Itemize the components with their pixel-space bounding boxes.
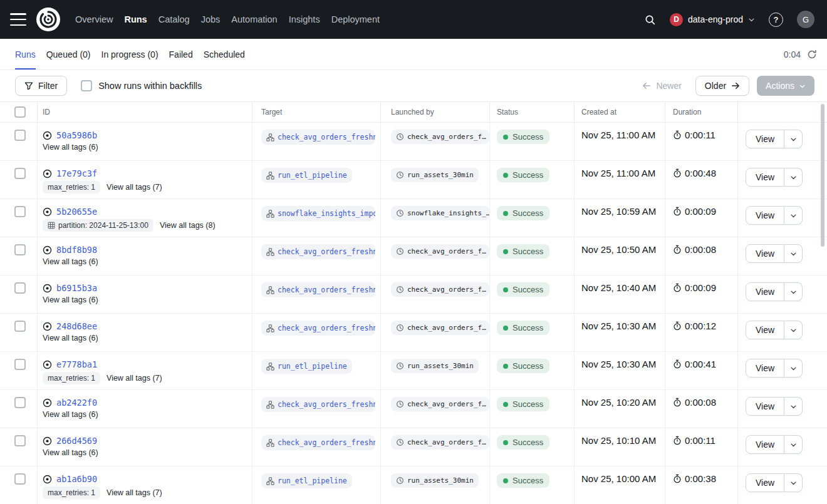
view-dropdown-button[interactable] — [784, 206, 803, 225]
row-checkbox[interactable] — [14, 321, 26, 332]
target-pill[interactable]: check_avg_orders_freshne — [261, 244, 375, 259]
run-id-link[interactable]: 5b20655e — [56, 207, 97, 217]
target-pill[interactable]: check_avg_orders_freshne — [261, 321, 375, 336]
nav-item[interactable]: Runs — [124, 14, 147, 24]
row-checkbox[interactable] — [14, 435, 26, 446]
table-row: 8bdf8b98 View all tags (6) check_avg_ord… — [0, 237, 827, 275]
run-id-link[interactable]: 248d68ee — [56, 321, 97, 331]
deployment-switcher[interactable]: D data-eng-prod — [670, 13, 755, 26]
run-id-link[interactable]: 50a5986b — [56, 130, 97, 140]
target-pill[interactable]: run_etl_pipeline — [261, 359, 352, 374]
view-dropdown-button[interactable] — [784, 397, 803, 416]
tab[interactable]: Runs — [15, 39, 36, 69]
actions-button[interactable]: Actions — [757, 76, 814, 96]
run-id-link[interactable]: 266d4569 — [56, 436, 97, 446]
view-dropdown-button[interactable] — [784, 130, 803, 148]
hamburger-menu-button[interactable] — [10, 13, 26, 26]
row-checkbox[interactable] — [14, 473, 26, 485]
show-backfills-checkbox[interactable] — [81, 80, 92, 91]
nav-item[interactable]: Overview — [75, 14, 113, 24]
run-id-link[interactable]: ab2422f0 — [56, 398, 97, 408]
view-dropdown-button[interactable] — [784, 321, 803, 339]
view-button[interactable]: View — [746, 435, 784, 454]
nav-item[interactable]: Automation — [231, 14, 277, 24]
view-all-tags-link[interactable]: View all tags (7) — [107, 374, 162, 383]
run-id-link[interactable]: e7778ba1 — [56, 359, 97, 369]
nav-item[interactable]: Insights — [289, 14, 320, 24]
target-pill[interactable]: check_avg_orders_freshne — [261, 435, 375, 450]
view-button[interactable]: View — [746, 168, 784, 187]
target-pill[interactable]: snowflake_insights_import — [261, 206, 375, 221]
view-dropdown-button[interactable] — [784, 282, 803, 301]
launched-by-pill[interactable]: snowflake_insights_… — [391, 206, 489, 220]
tab[interactable]: Failed — [169, 39, 193, 69]
search-icon[interactable] — [644, 14, 656, 26]
view-all-tags-link[interactable]: View all tags (6) — [43, 257, 98, 266]
target-pill[interactable]: check_avg_orders_freshne — [261, 397, 375, 412]
launched-by-pill[interactable]: check_avg_orders_f… — [391, 435, 489, 450]
view-dropdown-button[interactable] — [784, 435, 803, 454]
view-all-tags-link[interactable]: View all tags (8) — [160, 221, 216, 230]
row-checkbox[interactable] — [14, 282, 26, 294]
view-all-tags-link[interactable]: View all tags (7) — [107, 488, 162, 497]
view-dropdown-button[interactable] — [784, 168, 803, 187]
run-id-link[interactable]: 17e79c3f — [56, 168, 97, 178]
run-id-link[interactable]: ab1a6b90 — [56, 474, 97, 484]
tab[interactable]: Scheduled — [204, 39, 245, 69]
help-icon[interactable]: ? — [769, 13, 783, 27]
launched-by-pill[interactable]: run_assets_30min — [391, 359, 479, 373]
launched-by-pill[interactable]: check_avg_orders_f… — [391, 397, 489, 411]
row-checkbox[interactable] — [14, 206, 26, 217]
view-dropdown-button[interactable] — [784, 244, 803, 263]
row-checkbox[interactable] — [14, 397, 26, 408]
runs-tabs-bar: Runs Queued (0) In progress (0) Failed S… — [0, 39, 827, 70]
arrow-left-icon — [642, 82, 651, 90]
row-checkbox[interactable] — [14, 130, 26, 141]
nav-item[interactable]: Catalog — [159, 14, 190, 24]
view-button[interactable]: View — [746, 282, 784, 301]
avatar[interactable]: G — [797, 11, 814, 28]
view-button[interactable]: View — [746, 321, 784, 339]
view-button[interactable]: View — [746, 359, 784, 378]
view-all-tags-link[interactable]: View all tags (7) — [107, 183, 162, 192]
filter-button[interactable]: Filter — [15, 76, 67, 96]
target-pill[interactable]: run_etl_pipeline — [261, 473, 352, 488]
select-all-checkbox[interactable] — [14, 106, 26, 118]
view-button[interactable]: View — [746, 244, 784, 263]
view-button[interactable]: View — [746, 206, 784, 225]
newer-button[interactable]: Newer — [636, 76, 687, 95]
tab[interactable]: Queued (0) — [46, 39, 91, 69]
view-dropdown-button[interactable] — [784, 473, 803, 492]
nav-item[interactable]: Deployment — [331, 14, 380, 24]
run-id-link[interactable]: b6915b3a — [56, 283, 97, 293]
view-all-tags-link[interactable]: View all tags (6) — [43, 334, 98, 342]
launched-by-pill[interactable]: run_assets_30min — [391, 473, 479, 488]
tab[interactable]: In progress (0) — [101, 39, 159, 69]
view-dropdown-button[interactable] — [784, 359, 803, 378]
target-pill[interactable]: check_avg_orders_freshne — [261, 130, 375, 145]
row-checkbox[interactable] — [14, 244, 26, 255]
launched-by-pill[interactable]: check_avg_orders_f… — [391, 282, 489, 297]
target-pill[interactable]: run_etl_pipeline — [261, 168, 352, 183]
view-all-tags-link[interactable]: View all tags (6) — [43, 143, 98, 152]
launched-by-pill[interactable]: check_avg_orders_f… — [391, 321, 489, 335]
view-all-tags-link[interactable]: View all tags (6) — [43, 410, 98, 419]
target-pill[interactable]: check_avg_orders_freshne — [261, 282, 375, 297]
run-id-link[interactable]: 8bdf8b98 — [56, 245, 97, 255]
refresh-icon[interactable] — [807, 49, 817, 59]
view-button[interactable]: View — [746, 397, 784, 416]
chevron-down-icon — [790, 441, 797, 448]
nav-item[interactable]: Jobs — [201, 14, 221, 24]
launched-by-pill[interactable]: check_avg_orders_f… — [391, 244, 489, 259]
dagster-logo[interactable] — [36, 8, 60, 31]
vertical-scrollbar[interactable] — [821, 104, 824, 247]
view-button[interactable]: View — [746, 130, 784, 148]
row-checkbox[interactable] — [14, 168, 26, 179]
row-checkbox[interactable] — [14, 359, 26, 370]
older-button[interactable]: Older — [695, 76, 749, 96]
view-all-tags-link[interactable]: View all tags (6) — [43, 448, 98, 457]
launched-by-pill[interactable]: run_assets_30min — [391, 168, 479, 182]
view-button[interactable]: View — [746, 473, 784, 492]
launched-by-pill[interactable]: check_avg_orders_f… — [391, 130, 489, 144]
view-all-tags-link[interactable]: View all tags (6) — [43, 296, 98, 304]
